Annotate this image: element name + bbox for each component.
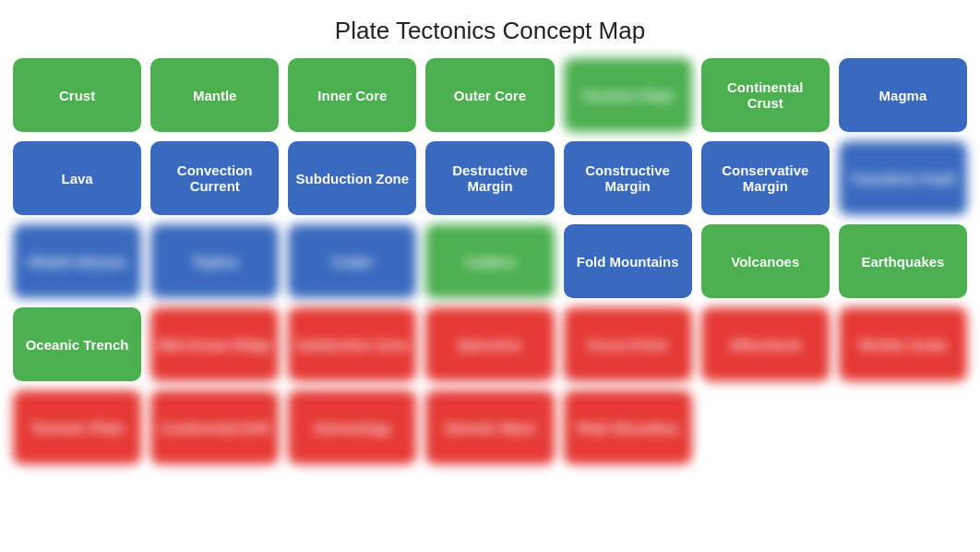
card-r2-c4[interactable]: Fold Mountains <box>564 224 692 298</box>
card-r1-c1[interactable]: Convection Current <box>150 141 279 215</box>
page-title: Plate Tectonics Concept Map <box>0 0 980 58</box>
card-r4-c1[interactable]: Continental Drift <box>150 390 279 464</box>
card-r4-c0[interactable]: Tectonic Plate <box>13 390 141 464</box>
card-r4-c2[interactable]: Seismology <box>288 390 416 464</box>
card-r0-c5[interactable]: Continental Crust <box>701 58 830 132</box>
card-r1-c4[interactable]: Constructive Margin <box>564 141 692 215</box>
card-r0-c0[interactable]: Crust <box>13 58 141 132</box>
card-r3-c4[interactable]: Focus Point <box>564 307 692 381</box>
card-r4-c3[interactable]: Seismic Wave <box>425 390 554 464</box>
card-r3-c3[interactable]: Epicentre <box>425 307 554 381</box>
card-r3-c1[interactable]: Mid-Ocean Ridge <box>150 307 279 381</box>
card-r2-c1[interactable]: Tephra <box>150 224 279 298</box>
concept-map-grid: CrustMantleInner CoreOuter CoreTectonic … <box>0 58 980 464</box>
card-r3-c6[interactable]: Richter Scale <box>839 307 967 381</box>
card-r1-c6[interactable]: Transform Fault <box>839 141 967 215</box>
card-r3-c5[interactable]: Aftershock <box>701 307 830 381</box>
card-r4-c4[interactable]: Plate Boundary <box>564 390 692 464</box>
card-r1-c5[interactable]: Conservative Margin <box>701 141 830 215</box>
card-r3-c0[interactable]: Oceanic Trench <box>13 307 141 381</box>
card-r1-c2[interactable]: Subduction Zone <box>288 141 416 215</box>
card-r2-c0[interactable]: Shield Volcano <box>13 224 141 298</box>
card-r0-c2[interactable]: Inner Core <box>288 58 416 132</box>
card-r1-c3[interactable]: Destructive Margin <box>425 141 554 215</box>
card-r2-c5[interactable]: Volcanoes <box>701 224 830 298</box>
card-r2-c3[interactable]: Caldera <box>425 224 554 298</box>
card-r0-c4[interactable]: Tectonic Plate <box>564 58 692 132</box>
card-r0-c3[interactable]: Outer Core <box>425 58 554 132</box>
card-r0-c1[interactable]: Mantle <box>150 58 279 132</box>
card-r0-c6[interactable]: Magma <box>839 58 967 132</box>
card-r1-c0[interactable]: Lava <box>13 141 141 215</box>
card-r2-c6[interactable]: Earthquakes <box>839 224 967 298</box>
card-r2-c2[interactable]: Crater <box>288 224 416 298</box>
card-r3-c2[interactable]: Subduction Zone <box>288 307 416 381</box>
